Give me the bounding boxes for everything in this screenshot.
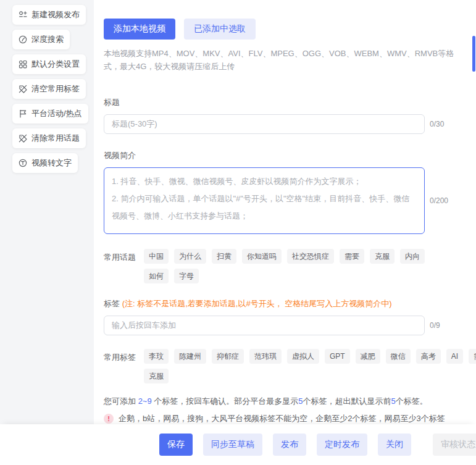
tag-chip[interactable]: AI xyxy=(446,349,463,364)
schedule-button[interactable]: 定时发布 xyxy=(317,434,367,456)
audit-status-button: 审核状态 xyxy=(433,434,476,456)
tips-part: 2~9 xyxy=(138,396,152,406)
sidebar-item-video-to-text[interactable]: 视频转文字 xyxy=(12,153,78,173)
sidebar-item-label: 默认分类设置 xyxy=(31,59,80,70)
tag-input[interactable] xyxy=(104,316,425,335)
common-tags-list: 李玟陈建州抑郁症范玮琪虚拟人GPT减肥微信高考AI需要克服 xyxy=(144,349,476,383)
sidebar-item-deep-search[interactable]: 深度搜索 xyxy=(12,30,70,49)
deep-search-icon xyxy=(19,35,27,44)
publish-button[interactable]: 发布 xyxy=(273,434,306,456)
sidebar-item-label: 清除常用话题 xyxy=(31,133,80,144)
tag-chip[interactable]: 李玟 xyxy=(144,349,169,364)
footer-action-bar: 保存同步至草稿发布定时发布关闭审核状态 xyxy=(0,424,476,465)
intro-placeholder-line: 2. 简介内可输入话题，单个话题以"#"号开头，以"空格"结束，目前抖音、快手、… xyxy=(112,190,417,225)
sidebar: 新建视频发布深度搜索默认分类设置清空常用标签平台活动/热点清除常用话题视频转文字 xyxy=(0,0,94,424)
sidebar-item-new-video[interactable]: 新建视频发布 xyxy=(12,5,86,25)
tips-part: 5 xyxy=(298,396,303,406)
tag-note-text: (注: 标签不是话题,若要添加话题,以#号开头， 空格结尾写入上方视频简介中) xyxy=(122,299,392,308)
tag-chip[interactable]: 高考 xyxy=(416,349,441,364)
category-settings-icon xyxy=(19,60,27,69)
main-panel: 添加本地视频 已添加中选取 本地视频支持MP4、MOV、MKV、AVI、FLV、… xyxy=(94,0,476,424)
intro-counter: 0/200 xyxy=(430,196,448,205)
tag-chip[interactable]: GPT xyxy=(325,349,350,364)
sidebar-item-label: 新建视频发布 xyxy=(31,9,80,20)
tag-chip[interactable]: 范玮琪 xyxy=(249,349,282,364)
tag-chip[interactable]: 虚拟人 xyxy=(287,349,319,364)
topic-chip[interactable]: 社交恐惧症 xyxy=(287,249,334,264)
sidebar-item-clear-topics[interactable]: 清除常用话题 xyxy=(12,128,86,148)
clear-tag-icon xyxy=(19,85,27,93)
sidebar-item-platform-activity[interactable]: 平台活动/热点 xyxy=(12,104,88,124)
topic-chip[interactable]: 需要 xyxy=(340,249,364,264)
sidebar-item-label: 视频转文字 xyxy=(31,157,72,169)
topic-chip[interactable]: 扫黄 xyxy=(212,249,236,264)
tag-chip[interactable]: 减肥 xyxy=(356,349,380,364)
exclamation-icon: ! xyxy=(104,414,114,424)
sidebar-item-clear-tags[interactable]: 清空常用标签 xyxy=(12,79,86,99)
tag-limit-tips: 您可添加 2~9 个标签，按回车确认。部分平台最多显示5个标签，超出默认显示前5… xyxy=(104,396,476,407)
new-video-icon xyxy=(19,10,27,19)
topic-chip[interactable]: 克服 xyxy=(370,249,395,264)
intro-textarea[interactable]: 1. 抖音、快手、微视、微信视频号、皮皮虾以视频简介作为文字展示；2. 简介内可… xyxy=(104,167,425,234)
common-topics-label: 常用话题 xyxy=(104,249,136,283)
tag-counter: 0/9 xyxy=(430,321,440,330)
title-input[interactable] xyxy=(104,114,425,134)
tag-chip[interactable]: 陈建州 xyxy=(174,349,206,364)
scrollbar-thumb[interactable] xyxy=(472,36,475,72)
tag-chip[interactable]: 克服 xyxy=(144,369,169,383)
topic-chip[interactable]: 中国 xyxy=(144,249,169,264)
tips-part: 个标签。 xyxy=(396,396,428,406)
tag-chip[interactable]: 抑郁症 xyxy=(212,349,244,364)
tag-label-row: 标签 (注: 标签不是话题,若要添加话题,以#号开头， 空格结尾写入上方视频简介… xyxy=(104,298,476,309)
sidebar-item-label: 清空常用标签 xyxy=(31,83,80,94)
topic-chip[interactable]: 你知道吗 xyxy=(242,249,282,264)
title-counter: 0/30 xyxy=(430,120,444,128)
sidebar-item-category-settings[interactable]: 默认分类设置 xyxy=(12,54,86,74)
add-local-video-button[interactable]: 添加本地视频 xyxy=(104,19,175,40)
common-tags-label: 常用标签 xyxy=(104,349,136,383)
tag-chip[interactable]: 需要 xyxy=(469,349,476,364)
sidebar-item-label: 平台活动/热点 xyxy=(31,108,82,119)
sidebar-item-label: 深度搜索 xyxy=(31,34,64,45)
tips-part: 个标签，按回车确认。部分平台最多显示 xyxy=(152,396,299,406)
topic-chip[interactable]: 字母 xyxy=(174,269,199,283)
flag-icon xyxy=(19,109,27,118)
tips-part: 个标签，超出默认显示前 xyxy=(303,396,391,406)
video-publish-window: 新建视频发布深度搜索默认分类设置清空常用标签平台活动/热点清除常用话题视频转文字… xyxy=(0,0,476,465)
common-topics-list: 中国为什么扫黄你知道吗社交恐惧症需要克服内向如何字母 xyxy=(144,249,425,283)
title-label: 标题 xyxy=(104,97,476,108)
close-button[interactable]: 关闭 xyxy=(378,434,411,456)
save-button[interactable]: 保存 xyxy=(159,434,193,456)
topic-chip[interactable]: 内向 xyxy=(400,249,425,264)
platform-warning-text: 企鹅，b站，网易，搜狗，大风平台视频标签不能为空，企鹅至少2个标签，网易至少3个… xyxy=(119,413,445,424)
tips-part: 5 xyxy=(391,396,396,406)
platform-warning: ! 企鹅，b站，网易，搜狗，大风平台视频标签不能为空，企鹅至少2个标签，网易至少… xyxy=(104,413,476,424)
tips-part: 您可添加 xyxy=(104,396,138,406)
intro-placeholder-line: 1. 抖音、快手、微视、微信视频号、皮皮虾以视频简介作为文字展示； xyxy=(112,173,417,190)
clear-tag-icon xyxy=(19,134,27,143)
intro-label: 视频简介 xyxy=(104,150,476,161)
format-hint-text: 本地视频支持MP4、MOV、MKV、AVI、FLV、MPEG、OGG、VOB、W… xyxy=(104,47,467,73)
topic-chip[interactable]: 为什么 xyxy=(174,249,206,264)
pick-from-added-button[interactable]: 已添加中选取 xyxy=(184,19,256,40)
video-to-text-icon xyxy=(19,159,27,167)
sync-to-draft-button[interactable]: 同步至草稿 xyxy=(203,434,262,456)
topic-chip[interactable]: 如何 xyxy=(144,269,169,283)
tag-chip[interactable]: 微信 xyxy=(386,349,411,364)
tag-label: 标签 xyxy=(104,299,120,308)
